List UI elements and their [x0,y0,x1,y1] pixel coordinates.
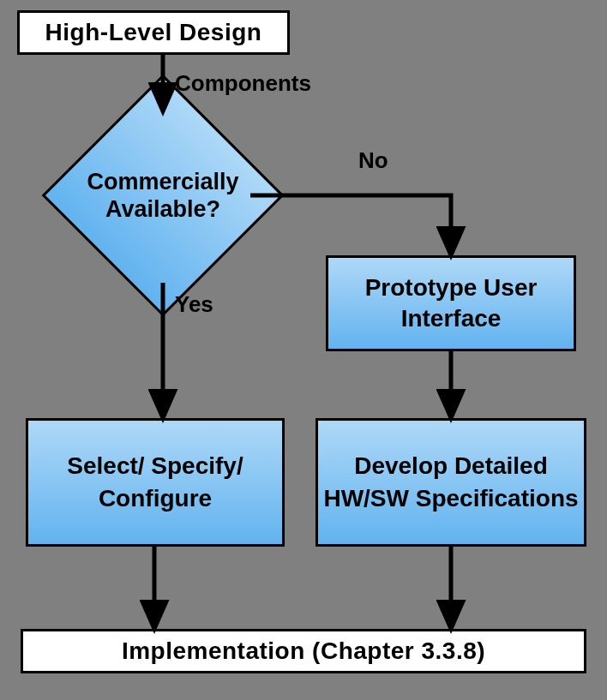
node-label: Prototype User Interface [328,272,574,335]
node-label: Commercially Available? [77,110,249,281]
node-prototype-ui: Prototype User Interface [326,255,576,351]
node-commercially-available: Commercially Available? [77,110,249,281]
node-label: Implementation (Chapter 3.3.8) [122,637,485,665]
node-implementation: Implementation (Chapter 3.3.8) [21,629,586,673]
node-develop-specs: Develop Detailed HW/SW Specifications [316,418,586,547]
node-label: Develop Detailed HW/SW Specifications [318,450,584,515]
node-label: High-Level Design [45,19,262,46]
node-high-level-design: High-Level Design [17,10,290,55]
edge-label-no: No [358,147,388,174]
node-select-specify-configure: Select/ Specify/ Configure [26,418,285,547]
edge-label-yes: Yes [175,291,213,318]
node-label: Select/ Specify/ Configure [28,450,282,515]
edge-label-components: Components [175,70,311,97]
